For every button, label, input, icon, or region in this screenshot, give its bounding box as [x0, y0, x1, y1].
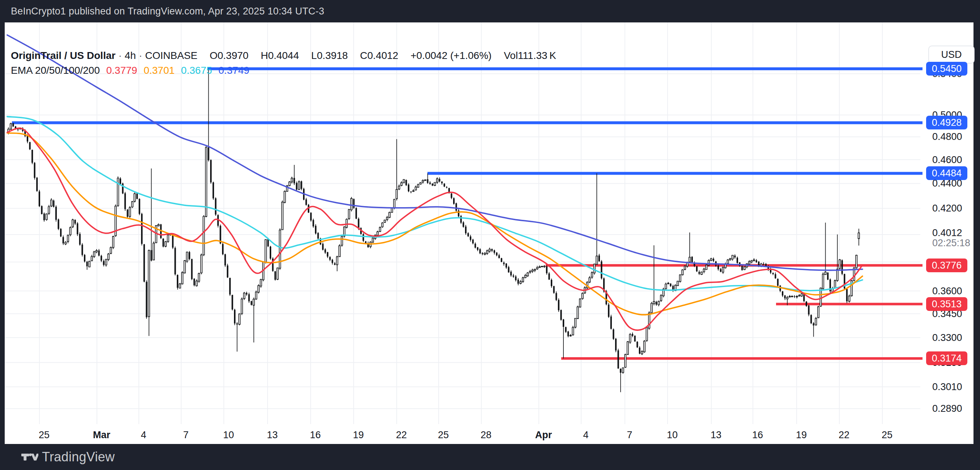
separator: · — [115, 50, 124, 61]
time-axis-label: 10 — [656, 430, 689, 441]
tradingview-brand-text[interactable]: TradingView — [42, 449, 115, 465]
price-axis-label: 0.2890 — [932, 403, 980, 414]
time-axis-label: 13 — [256, 430, 289, 441]
price-level-badge: 0.5450 — [926, 62, 967, 76]
time-axis-label: 19 — [785, 430, 818, 441]
price-axis-label: 0.3010 — [932, 381, 980, 393]
footer-bar: TradingView — [0, 444, 980, 470]
ema20-value: 0.3779 — [106, 65, 137, 76]
price-level-badge: 0.4484 — [926, 166, 967, 180]
price-axis-label: 0.3300 — [932, 332, 980, 343]
time-axis-label: Mar — [85, 430, 118, 441]
publish-header-bar: BeInCrypto1 published on TradingView.com… — [0, 0, 980, 22]
candles-up — [8, 124, 859, 372]
time-axis-label: 7 — [170, 430, 202, 441]
chart-card: OriginTrail / US Dollar·4h·COINBASE O0.3… — [5, 22, 974, 444]
time-axis-label: 22 — [828, 430, 860, 441]
time-axis-label: 13 — [700, 430, 732, 441]
currency-label: USD — [941, 49, 962, 60]
time-axis-label: 22 — [385, 430, 418, 441]
volume-value: Vol111.33 K — [504, 50, 556, 61]
price-axis-label: 0.3600 — [932, 285, 980, 297]
time-axis-label: Apr — [527, 430, 560, 441]
time-axis-label: 19 — [342, 430, 375, 441]
time-axis-label: 4 — [127, 430, 160, 441]
bar-countdown-label: 02:25:18 — [932, 238, 970, 249]
ohlc-low: L0.3918 — [311, 50, 348, 61]
ema100-value: 0.3675 — [181, 65, 212, 76]
time-axis-label: 25 — [871, 430, 903, 441]
separator: · — [136, 50, 145, 61]
price-level-badge: 0.3513 — [926, 297, 967, 311]
ema-legend-title[interactable]: EMA 20/50/100/200 — [11, 65, 100, 76]
ema200-value: 0.3749 — [218, 65, 250, 76]
time-axis-label: 7 — [613, 430, 646, 441]
time-axis-label: 4 — [570, 430, 602, 441]
chart-pane[interactable] — [5, 22, 974, 444]
candles-down — [12, 123, 848, 373]
time-axis-label: 10 — [212, 430, 245, 441]
ema-50-line — [7, 133, 862, 315]
ema50-value: 0.3701 — [143, 65, 175, 76]
tradingview-logo-icon[interactable] — [21, 449, 38, 465]
price-level-badge: 0.3776 — [926, 259, 967, 272]
symbol-name[interactable]: OriginTrail / US Dollar — [11, 50, 115, 61]
ema-legend-row: EMA 20/50/100/200 0.3779 0.3701 0.3675 0… — [11, 65, 253, 76]
price-axis-label: 0.4200 — [932, 203, 980, 214]
publish-attribution-text: BeInCrypto1 published on TradingView.com… — [11, 6, 325, 17]
time-axis-label: 28 — [470, 430, 502, 441]
interval-label[interactable]: 4h — [125, 50, 136, 61]
chart-title-row: OriginTrail / US Dollar·4h·COINBASE O0.3… — [11, 50, 556, 62]
price-change: +0.0042 (+1.06%) — [410, 50, 492, 61]
currency-toggle-button[interactable]: USD — [928, 46, 975, 64]
screenshot-stage: BeInCrypto1 published on TradingView.com… — [0, 0, 980, 470]
last-price-label: 0.4012 — [932, 227, 962, 239]
time-axis-label: 16 — [299, 430, 332, 441]
ohlc-open: O0.3970 — [210, 50, 248, 61]
time-axis-label: 16 — [741, 430, 774, 441]
candle-wicks — [8, 69, 859, 392]
price-level-badge: 0.3174 — [926, 351, 967, 365]
price-axis-label: 0.4800 — [932, 131, 980, 143]
time-axis-label: 25 — [28, 430, 60, 441]
price-level-badge: 0.4928 — [926, 116, 967, 129]
ema-20-line — [7, 128, 862, 330]
price-axis-label: 0.4600 — [932, 154, 980, 165]
ohlc-high: H0.4044 — [261, 50, 299, 61]
time-axis-label: 25 — [427, 430, 460, 441]
exchange-label: COINBASE — [145, 50, 197, 61]
ohlc-close: C0.4012 — [360, 50, 399, 61]
